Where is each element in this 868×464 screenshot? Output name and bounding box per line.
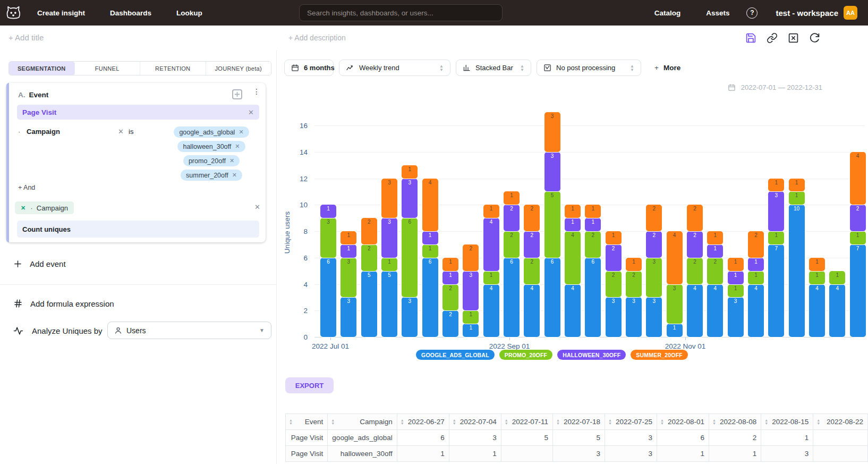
bar-segment-halloween_30off[interactable]: 1 bbox=[585, 218, 601, 231]
tab-journey-beta-[interactable]: JOURNEY (beta) bbox=[206, 62, 271, 75]
remove-value-icon[interactable]: ✕ bbox=[229, 158, 234, 164]
bar-segment-summer_20off[interactable]: 4 bbox=[422, 179, 438, 232]
bar-segment-google_ads_global[interactable]: 3 bbox=[646, 297, 662, 337]
sort-icon[interactable]: ▲▼ bbox=[453, 419, 456, 425]
bar-segment-google_ads_global[interactable]: 4 bbox=[748, 284, 764, 338]
bar-segment-summer_20off[interactable]: 1 bbox=[565, 205, 581, 218]
legend-chip-google_ads_global[interactable]: GOOGLE_ADS_GLOBAL bbox=[416, 350, 495, 360]
remove-value-icon[interactable]: ✕ bbox=[232, 172, 237, 178]
bar-segment-google_ads_global[interactable]: 4 bbox=[687, 284, 703, 338]
bar-segment-summer_20off[interactable]: 1 bbox=[483, 205, 499, 218]
bar-segment-halloween_30off[interactable]: 2 bbox=[646, 231, 662, 258]
analyze-by-select[interactable]: Users ▼ bbox=[107, 322, 271, 339]
add-filter-icon[interactable] bbox=[232, 89, 242, 99]
column-header[interactable]: ▲▼2022-08-08 bbox=[709, 414, 761, 430]
bar-segment-summer_20off[interactable]: 2 bbox=[646, 205, 662, 231]
bar-segment-halloween_30off[interactable]: 2 bbox=[504, 205, 520, 231]
sort-icon[interactable]: ▲▼ bbox=[712, 419, 716, 425]
filter-value-chip[interactable]: halloween_30off✕ bbox=[177, 141, 245, 152]
nav-create-insight[interactable]: Create insight bbox=[37, 9, 85, 17]
bar-segment-halloween_30off[interactable]: 2 bbox=[850, 205, 866, 231]
visualization-select[interactable]: Stacked Bar ▲▼ bbox=[456, 60, 531, 76]
bar-segment-summer_20off[interactable]: 1 bbox=[402, 165, 418, 179]
bar-segment-summer_20off[interactable]: 1 bbox=[626, 258, 642, 271]
bar-segment-promo_20off[interactable]: 1 bbox=[422, 244, 438, 258]
bar-segment-promo_20off[interactable]: 2 bbox=[606, 271, 622, 298]
close-square-icon[interactable] bbox=[788, 32, 799, 44]
sort-icon[interactable]: ▲▼ bbox=[660, 419, 664, 425]
bar-segment-summer_20off[interactable]: 2 bbox=[748, 231, 764, 258]
bar-segment-promo_20off[interactable]: 1 bbox=[748, 271, 764, 284]
bar-segment-halloween_30off[interactable]: 1 bbox=[442, 271, 458, 284]
bar-segment-google_ads_global[interactable]: 7 bbox=[768, 244, 784, 337]
column-header[interactable]: ▲▼2022-06-27 bbox=[397, 414, 449, 430]
bar-segment-google_ads_global[interactable]: 6 bbox=[422, 258, 438, 337]
bar-segment-google_ads_global[interactable]: 1 bbox=[463, 324, 479, 337]
bar-segment-promo_20off[interactable]: 4 bbox=[565, 231, 581, 284]
bar-segment-summer_20off[interactable]: 2 bbox=[687, 205, 703, 231]
sort-icon[interactable]: ▲▼ bbox=[816, 419, 820, 425]
bar-segment-promo_20off[interactable]: 1 bbox=[483, 271, 499, 284]
bar-segment-halloween_30off[interactable]: 3 bbox=[463, 271, 479, 311]
nav-dashboards[interactable]: Dashboards bbox=[110, 9, 151, 17]
bar-segment-halloween_30off[interactable]: 1 bbox=[728, 271, 744, 284]
add-event-button[interactable]: Add event bbox=[13, 259, 66, 268]
bar-segment-halloween_30off[interactable]: 3 bbox=[381, 218, 397, 258]
legend-chip-promo_20off[interactable]: PROMO_20OFF bbox=[499, 350, 552, 360]
bar-segment-promo_20off[interactable]: 2 bbox=[585, 231, 601, 258]
nav-catalog[interactable]: Catalog bbox=[654, 9, 681, 17]
bar-segment-promo_20off[interactable]: 1 bbox=[728, 284, 744, 298]
app-logo-cat-icon[interactable] bbox=[5, 5, 21, 23]
column-header[interactable]: ▲▼2022-08-15 bbox=[761, 414, 813, 430]
add-title-button[interactable]: + Add title bbox=[8, 33, 44, 42]
bar-segment-summer_20off[interactable]: 2 bbox=[463, 244, 479, 271]
bar-segment-promo_20off[interactable]: 1 bbox=[850, 231, 866, 244]
bar-segment-summer_20off[interactable]: 3 bbox=[381, 179, 397, 218]
bar-segment-summer_20off[interactable]: 4 bbox=[850, 152, 866, 205]
bar-segment-halloween_30off[interactable]: 1 bbox=[422, 231, 438, 244]
breakdown-chip[interactable]: ✕ · Campaign bbox=[15, 201, 74, 214]
date-period-button[interactable]: 6 months bbox=[284, 60, 334, 76]
clear-breakdown-icon[interactable]: ✕ bbox=[254, 204, 260, 210]
column-header[interactable]: ▲▼2022-07-18 bbox=[552, 414, 605, 430]
workspace-name[interactable]: test - workspace bbox=[776, 9, 838, 18]
tab-funnel[interactable]: FUNNEL bbox=[75, 62, 141, 75]
bar-segment-promo_20off[interactable]: 3 bbox=[320, 218, 336, 258]
add-description-button[interactable]: + Add description bbox=[288, 33, 346, 42]
bar-segment-google_ads_global[interactable]: 4 bbox=[829, 284, 845, 338]
bar-segment-promo_20off[interactable]: 2 bbox=[361, 244, 377, 271]
remove-breakdown-icon[interactable]: ✕ bbox=[21, 205, 25, 211]
bar-segment-summer_20off[interactable]: 2 bbox=[524, 205, 540, 231]
aggregation-select[interactable]: Count uniques bbox=[17, 221, 259, 238]
remove-filter-icon[interactable]: ✕ bbox=[118, 128, 124, 135]
event-select[interactable]: Page Visit ✕ bbox=[17, 105, 259, 120]
bar-segment-promo_20off[interactable]: 1 bbox=[381, 258, 397, 271]
bar-segment-summer_20off[interactable]: 1 bbox=[768, 179, 784, 192]
bar-segment-google_ads_global[interactable]: 5 bbox=[361, 271, 377, 337]
bar-segment-promo_20off[interactable]: 5 bbox=[544, 191, 560, 257]
bar-segment-halloween_30off[interactable]: 3 bbox=[402, 179, 418, 218]
add-and-condition[interactable]: + And bbox=[18, 184, 35, 191]
link-icon[interactable] bbox=[767, 32, 778, 44]
nav-lookup[interactable]: Lookup bbox=[176, 9, 202, 17]
bar-segment-halloween_30off[interactable]: 1 bbox=[748, 258, 764, 271]
save-icon[interactable] bbox=[745, 32, 756, 44]
bar-segment-promo_20off[interactable]: 6 bbox=[402, 218, 418, 297]
bar-segment-summer_20off[interactable]: 1 bbox=[341, 231, 356, 244]
bar-segment-summer_20off[interactable]: 2 bbox=[361, 218, 377, 244]
bar-segment-promo_20off[interactable]: 1 bbox=[829, 271, 845, 284]
bar-segment-halloween_30off[interactable]: 1 bbox=[341, 244, 356, 258]
bar-segment-halloween_30off[interactable]: 1 bbox=[320, 205, 336, 218]
help-icon[interactable]: ? bbox=[746, 7, 758, 19]
column-header[interactable]: ▲▼Event bbox=[286, 414, 328, 430]
column-header[interactable]: ▲▼2022-08-22 bbox=[813, 414, 868, 430]
filter-value-chip[interactable]: summer_20off✕ bbox=[181, 170, 242, 181]
bar-segment-google_ads_global[interactable]: 6 bbox=[320, 258, 336, 337]
remove-value-icon[interactable]: ✕ bbox=[239, 129, 243, 135]
bar-segment-google_ads_global[interactable]: 10 bbox=[789, 205, 805, 337]
tab-segmentation[interactable]: SEGMENTATION bbox=[9, 62, 75, 75]
sort-icon[interactable]: ▲▼ bbox=[289, 419, 293, 425]
bar-segment-halloween_30off[interactable]: 4 bbox=[483, 218, 499, 271]
bar-segment-promo_20off[interactable]: 2 bbox=[687, 258, 703, 284]
bar-segment-google_ads_global[interactable]: 3 bbox=[341, 297, 356, 337]
